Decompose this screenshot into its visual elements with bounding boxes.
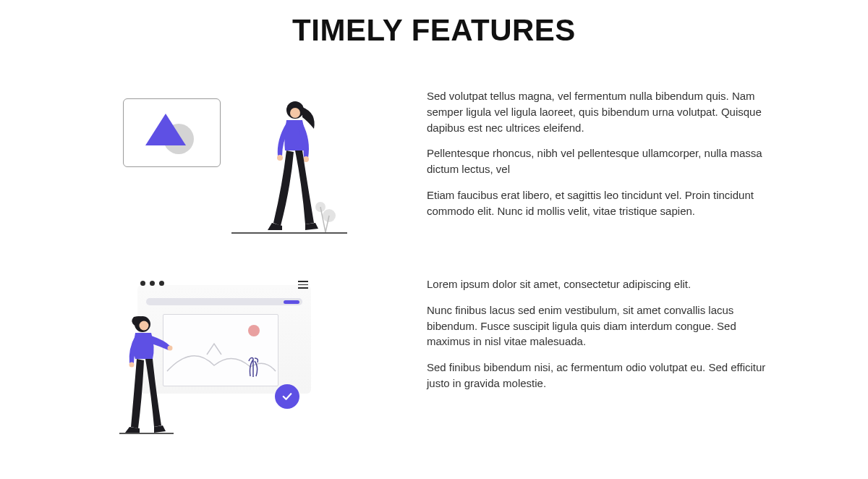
triangle-shape-icon: [145, 114, 186, 145]
feature-paragraph: Etiam faucibus erat libero, et sagittis …: [427, 187, 781, 219]
page-title: TIMELY FEATURES: [0, 13, 868, 48]
standing-person-icon: [119, 315, 174, 435]
hamburger-icon: [298, 281, 308, 289]
canvas-area: [163, 314, 278, 386]
feature-row-2: Lorem ipsum dolor sit amet, consectetur …: [0, 272, 868, 446]
svg-point-11: [168, 346, 173, 351]
address-bar-icon: [146, 298, 302, 305]
svg-point-10: [140, 321, 149, 331]
feature-copy-1: Sed volutpat tellus magna, vel fermentum…: [347, 84, 781, 229]
feature-copy-2: Lorem ipsum dolor sit amet, consectetur …: [347, 272, 781, 391]
feature-paragraph: Lorem ipsum dolor sit amet, consectetur …: [427, 276, 781, 292]
landscape-sketch-icon: [163, 315, 279, 387]
feature-paragraph: Sed volutpat tellus magna, vel fermentum…: [427, 88, 781, 135]
svg-point-5: [290, 108, 300, 118]
feature-paragraph: Nunc finibus lacus sed enim vestibulum, …: [427, 302, 781, 349]
feature-illustration-2: [123, 272, 347, 446]
svg-point-6: [277, 155, 283, 161]
svg-point-8: [248, 325, 260, 336]
walking-person-icon: [260, 100, 326, 234]
progress-segment-icon: [284, 300, 299, 304]
window-dots-icon: [140, 281, 164, 286]
feature-row-1: Sed volutpat tellus magna, vel fermentum…: [0, 84, 868, 243]
feature-paragraph-highlighted: Sed finibus bibendum nisi, ac fermentum …: [427, 361, 765, 389]
check-badge-icon: [275, 384, 299, 409]
feature-paragraph: Pellentesque rhoncus, nibh vel pellentes…: [427, 145, 781, 177]
svg-point-12: [129, 363, 135, 368]
feature-illustration-1: [123, 84, 347, 243]
media-frame: [123, 98, 221, 167]
